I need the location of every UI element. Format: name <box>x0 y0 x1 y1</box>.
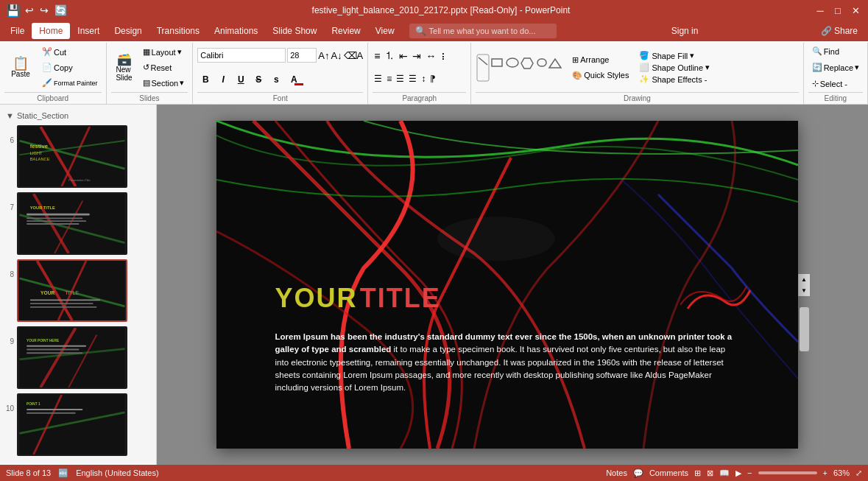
replace-button[interactable]: 🔄 Replace ▾ <box>808 60 863 74</box>
ribbon-editing-row: 🔍 Find 🔄 Replace ▾ ⊹ Select - <box>808 44 863 91</box>
slide-image-6[interactable]: festive LIGHT BALANCE Presentation Title <box>17 125 127 188</box>
slide-num-7: 7 <box>4 203 14 211</box>
slide-image-7[interactable]: YOUR TITLE <box>17 192 127 255</box>
new-slide-button[interactable]: 🗃️ NewSlide <box>111 51 138 85</box>
svg-point-49 <box>437 217 555 261</box>
font-name-input[interactable] <box>197 48 286 63</box>
slideshow-btn[interactable]: ▶ <box>735 468 741 478</box>
comments-btn[interactable]: Comments <box>649 468 688 477</box>
align-right-btn[interactable]: ☰ <box>395 72 406 85</box>
svg-rect-46 <box>27 409 82 410</box>
clipboard-label: Clipboard <box>4 92 102 102</box>
slide-image-8[interactable]: YOUR TITLE <box>17 259 127 322</box>
slide-thumb-10[interactable]: 10 POINT 1 <box>0 391 156 458</box>
reset-button[interactable]: ↺ Reset <box>139 60 188 74</box>
font-increase-btn[interactable]: A↑ <box>318 50 329 61</box>
zoom-in-btn[interactable]: + <box>823 468 828 477</box>
font-decrease-btn[interactable]: A↓ <box>331 50 342 61</box>
col-btn[interactable]: ⫶ <box>439 49 447 63</box>
layout-button[interactable]: ▦ Layout ▾ <box>139 45 188 59</box>
paste-label: Paste <box>11 70 30 78</box>
menu-review[interactable]: Review <box>324 23 367 39</box>
indent-inc-btn[interactable]: ⇥ <box>411 49 423 63</box>
ribbon-para-row1: ≡ ⒈ ⇤ ⇥ ↔ ⫶ <box>373 44 466 68</box>
rtl-btn[interactable]: ↔ <box>424 49 437 63</box>
slide-thumb-6[interactable]: 6 festive LIGHT BALANCE Presentation Tit… <box>0 123 156 190</box>
fit-to-window-btn[interactable]: ⤢ <box>855 468 862 478</box>
shape-outline-button[interactable]: ⬜ Shape Outline ▾ <box>637 62 712 73</box>
bullets-btn[interactable]: ≡ <box>373 49 381 63</box>
quick-styles-button[interactable]: 🎨 Quick Styles <box>568 69 632 82</box>
normal-view-btn[interactable]: ⊞ <box>694 468 701 478</box>
spell-check-icon[interactable]: 🔤 <box>58 468 68 478</box>
justify-btn[interactable]: ☰ <box>407 72 418 85</box>
autosave-icon: 🔄 <box>53 3 68 18</box>
indent-dec-btn[interactable]: ⇤ <box>398 49 409 63</box>
search-hint: Tell me what you want to do... <box>429 27 536 35</box>
slide-body-text: Lorem Ipsum has been the industry's stan… <box>275 331 739 394</box>
zoom-slider[interactable] <box>758 471 817 474</box>
zoom-level: 63% <box>833 468 850 477</box>
shape-effects-button[interactable]: ✨ Shape Effects - <box>637 74 712 85</box>
clear-format-btn[interactable]: ⌫A <box>344 50 364 61</box>
main-slide-canvas[interactable]: YOUR TITLE Lorem Ipsum has been the indu… <box>216 121 798 449</box>
shadow-button[interactable]: s <box>268 71 284 88</box>
slide-sorter-btn[interactable]: ⊠ <box>707 468 713 478</box>
bold-button[interactable]: B <box>197 71 214 88</box>
line-spacing-btn[interactable]: ↕ <box>420 72 427 85</box>
menu-transitions[interactable]: Transitions <box>149 23 207 39</box>
slide-thumb-9[interactable]: 9 YOUR POINT HERE <box>0 324 156 391</box>
format-painter-button[interactable]: 🖌️ Format Painter <box>38 76 102 90</box>
select-button[interactable]: ⊹ Select - <box>808 77 851 91</box>
status-bar: Slide 8 of 13 🔤 English (United States) … <box>0 465 868 481</box>
menu-view[interactable]: View <box>368 23 402 39</box>
slide-image-10[interactable]: POINT 1 <box>17 393 127 456</box>
section-button[interactable]: ▤ Section ▾ <box>139 76 188 90</box>
right-scrollbar[interactable]: ▲ ▼ <box>798 274 809 296</box>
section-collapse-icon[interactable]: ▼ <box>6 111 14 120</box>
zoom-out-btn[interactable]: − <box>747 468 752 477</box>
font-label: Font <box>197 92 363 102</box>
menu-file[interactable]: File <box>3 23 32 39</box>
font-size-input[interactable] <box>287 48 317 63</box>
italic-button[interactable]: I <box>215 71 231 88</box>
close-btn[interactable]: ✕ <box>849 4 862 17</box>
svg-rect-21 <box>27 214 90 216</box>
paste-button[interactable]: 📋 Paste <box>4 54 37 81</box>
slide-thumb-8[interactable]: 8 YOUR TITLE <box>0 257 156 324</box>
redo-btn[interactable]: ↪ <box>38 3 50 18</box>
replace-icon: 🔄 <box>812 63 822 72</box>
reading-view-btn[interactable]: 📖 <box>719 468 730 478</box>
align-left-btn[interactable]: ☰ <box>373 72 384 85</box>
underline-button[interactable]: U <box>233 71 249 88</box>
maximize-btn[interactable]: □ <box>831 4 844 17</box>
shape-fill-button[interactable]: 🪣 Shape Fill ▾ <box>637 50 712 61</box>
slide-image-9[interactable]: YOUR POINT HERE <box>17 326 127 389</box>
text-dir-btn[interactable]: ⁋ <box>428 72 437 85</box>
scroll-up-btn[interactable]: ▲ <box>799 274 810 285</box>
copy-button[interactable]: 📄 Copy <box>38 60 102 74</box>
find-button[interactable]: 🔍 Find <box>808 44 843 58</box>
arrange-button[interactable]: ⊞ Arrange <box>568 53 632 67</box>
numbering-btn[interactable]: ⒈ <box>383 48 396 64</box>
slide-thumb-7[interactable]: 7 YOUR TITLE <box>0 190 156 257</box>
cut-button[interactable]: ✂️ Cut <box>38 45 102 59</box>
notes-btn[interactable]: Notes <box>606 468 627 477</box>
font-color-bar <box>294 83 303 85</box>
scroll-thumb-right[interactable] <box>800 307 809 351</box>
layout-icon: ▦ <box>143 47 150 57</box>
align-center-btn[interactable]: ≡ <box>385 72 393 85</box>
menu-animations[interactable]: Animations <box>207 23 265 39</box>
share-btn[interactable]: 🔗 Share <box>814 23 865 39</box>
minimize-btn[interactable]: ─ <box>814 4 827 17</box>
menu-insert[interactable]: Insert <box>70 23 107 39</box>
undo-btn[interactable]: ↩ <box>24 3 35 18</box>
strikethrough-button[interactable]: S <box>250 71 267 88</box>
menu-slideshow[interactable]: Slide Show <box>265 23 324 39</box>
menu-home[interactable]: Home <box>32 23 70 39</box>
shape-outline-icon: ⬜ <box>639 63 649 72</box>
title-bar: 💾 ↩ ↪ 🔄 festive_light_balance_2010_22172… <box>0 0 868 21</box>
menu-design[interactable]: Design <box>107 23 149 39</box>
scroll-down-btn[interactable]: ▼ <box>799 285 810 296</box>
sign-in-btn[interactable]: Sign in <box>664 23 706 39</box>
